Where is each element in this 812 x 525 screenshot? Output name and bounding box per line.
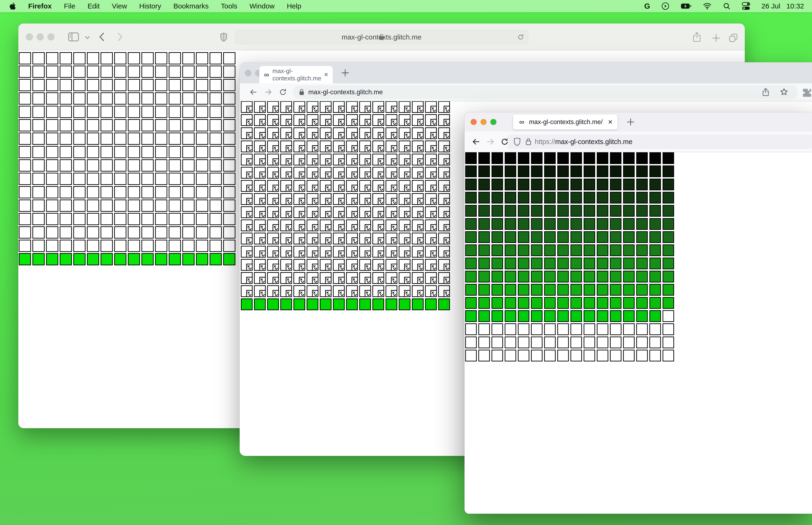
- canvas-cell: [570, 297, 582, 309]
- canvas-cell: [128, 65, 140, 78]
- canvas-cell-broken-image: ×: [320, 167, 332, 179]
- minimize-window-button[interactable]: [37, 33, 44, 41]
- canvas-cell: [182, 106, 195, 118]
- search-icon[interactable]: [723, 2, 731, 10]
- firefox-url-field[interactable]: https://max-gl-contexts.glitch.me: [507, 134, 812, 149]
- back-button-icon[interactable]: [99, 32, 105, 42]
- close-window-button[interactable]: [471, 119, 477, 125]
- back-button-icon[interactable]: [472, 137, 480, 146]
- broken-image-icon: ×: [352, 251, 358, 258]
- menu-help[interactable]: Help: [287, 2, 302, 10]
- wifi-icon[interactable]: [703, 3, 712, 10]
- new-tab-button[interactable]: [341, 69, 349, 77]
- reload-icon[interactable]: [279, 88, 287, 96]
- close-window-button[interactable]: [245, 70, 251, 76]
- tracking-shield-icon[interactable]: [514, 137, 521, 146]
- broken-image-icon: ×: [391, 211, 397, 218]
- menu-file[interactable]: File: [64, 2, 75, 10]
- canvas-cell-broken-image: ×: [241, 127, 252, 139]
- canvas-cell: [101, 65, 113, 78]
- share-icon[interactable]: [762, 87, 770, 97]
- canvas-cell: [610, 336, 622, 348]
- broken-image-icon: ×: [378, 224, 384, 231]
- menu-view[interactable]: View: [112, 2, 127, 10]
- reload-icon[interactable]: [517, 33, 524, 41]
- firefox-active-tab[interactable]: ∞ max-gl-contexts.glitch.me/ ✕: [513, 115, 617, 130]
- menu-app-name[interactable]: Firefox: [28, 2, 52, 10]
- control-center-icon[interactable]: [742, 2, 750, 10]
- menu-tools[interactable]: Tools: [221, 2, 237, 10]
- broken-image-icon: ×: [444, 185, 450, 192]
- canvas-cell-broken-image: ×: [425, 232, 437, 244]
- canvas-cell-broken-image: ×: [425, 259, 437, 271]
- sidebar-icon[interactable]: [68, 32, 79, 41]
- canvas-cell-broken-image: ×: [372, 246, 384, 258]
- canvas-cell: [491, 336, 503, 348]
- canvas-cell-broken-image: ×: [267, 272, 279, 284]
- canvas-cell: [491, 310, 503, 322]
- forward-button-icon[interactable]: [264, 88, 273, 96]
- canvas-cell: [210, 119, 222, 131]
- broken-image-icon: ×: [391, 132, 397, 139]
- menu-history[interactable]: History: [139, 2, 161, 10]
- broken-image-icon: ×: [430, 119, 437, 126]
- canvas-cell: [597, 284, 608, 296]
- tab-close-icon[interactable]: ✕: [324, 72, 328, 78]
- sidebar-chevron-down-icon[interactable]: [85, 36, 90, 40]
- canvas-cell: [196, 199, 208, 212]
- tab-overview-icon[interactable]: [729, 33, 738, 43]
- canvas-cell: [32, 52, 45, 64]
- canvas-cell-broken-image: ×: [280, 101, 292, 113]
- canvas-cell: [73, 52, 86, 64]
- canvas-cell: [333, 298, 345, 310]
- canvas-cell: [597, 218, 608, 230]
- canvas-cell-broken-image: ×: [241, 246, 252, 258]
- broken-image-icon: ×: [286, 224, 292, 231]
- canvas-cell-broken-image: ×: [320, 193, 332, 205]
- canvas-cell: [128, 52, 140, 64]
- apple-icon[interactable]: [10, 2, 16, 10]
- tab-close-icon[interactable]: ✕: [608, 119, 613, 125]
- minimize-window-button[interactable]: [480, 119, 487, 125]
- menu-bookmarks[interactable]: Bookmarks: [173, 2, 209, 10]
- share-icon[interactable]: [692, 31, 702, 42]
- canvas-cell: [531, 258, 542, 269]
- canvas-cell: [223, 226, 235, 239]
- privacy-shield-icon[interactable]: [220, 32, 227, 42]
- zoom-window-button[interactable]: [490, 119, 496, 125]
- canvas-cell: [359, 298, 371, 310]
- extensions-puzzle-icon[interactable]: [802, 88, 812, 98]
- chrome-url-field[interactable]: max-gl-contexts.glitch.me: [293, 85, 798, 99]
- chrome-active-tab[interactable]: ∞ max-gl-contexts.glitch.me ✕: [259, 66, 333, 84]
- canvas-cell: [372, 298, 384, 310]
- battery-charging-icon[interactable]: [681, 2, 691, 10]
- canvas-cell-broken-image: ×: [320, 101, 332, 113]
- canvas-cell-broken-image: ×: [412, 180, 424, 192]
- canvas-cell: [478, 310, 490, 322]
- canvas-cell-broken-image: ×: [425, 193, 437, 205]
- new-tab-plus-icon[interactable]: [712, 34, 720, 42]
- menu-window[interactable]: Window: [249, 2, 275, 10]
- broken-image-icon: ×: [404, 290, 411, 297]
- google-menu-icon[interactable]: G: [644, 2, 650, 11]
- close-window-button[interactable]: [26, 33, 33, 41]
- canvas-cell: [32, 119, 45, 131]
- menu-edit[interactable]: Edit: [88, 2, 99, 10]
- canvas-cell: [114, 240, 126, 252]
- canvas-cell-broken-image: ×: [359, 154, 371, 165]
- zoom-window-button[interactable]: [47, 33, 55, 41]
- broken-image-icon: ×: [312, 119, 318, 126]
- canvas-cell-broken-image: ×: [241, 259, 252, 271]
- canvas-cell: [241, 298, 252, 310]
- bookmark-star-icon[interactable]: [780, 87, 788, 96]
- canvas-cell-broken-image: ×: [241, 285, 252, 297]
- broken-image-icon: ×: [273, 237, 279, 244]
- safari-url-field[interactable]: max-gl-contexts.glitch.me: [235, 30, 528, 44]
- back-button-icon[interactable]: [249, 88, 258, 96]
- canvas-cell: [101, 106, 113, 118]
- new-tab-button[interactable]: [627, 118, 634, 126]
- play-circle-icon[interactable]: [661, 2, 669, 10]
- canvas-cell: [597, 350, 608, 361]
- canvas-cell: [223, 65, 235, 78]
- broken-image-icon: ×: [312, 198, 318, 205]
